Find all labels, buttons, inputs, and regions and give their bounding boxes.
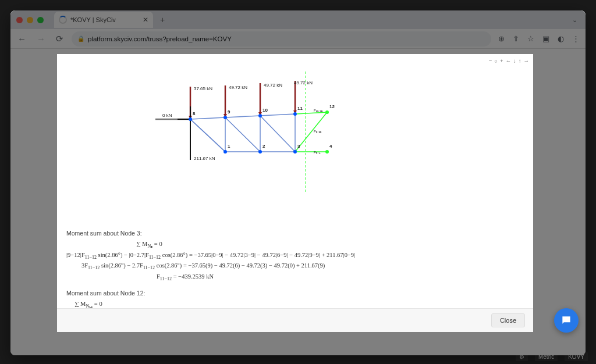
- moment-node3-heading: Moment sum about Node 3:: [66, 229, 524, 238]
- eq-1c: 3F11−12 sin(2.86°) − 2.7F11−12 cos(2.86°…: [66, 261, 524, 272]
- window-close[interactable]: [16, 17, 23, 23]
- truss-free-body-diagram: 37.65 kN 49.72 kN 49.72 kN 49.72 kN 0 kN…: [120, 72, 470, 194]
- star-icon[interactable]: ☆: [526, 33, 535, 44]
- svg-line-15: [190, 119, 225, 152]
- reaction: 211.67 kN: [194, 156, 215, 161]
- browser-titlebar: *KOVY | SkyCiv ✕ + ⌄: [10, 10, 586, 29]
- window-maximize[interactable]: [37, 17, 44, 23]
- address-bar[interactable]: 🔒 platform.skyciv.com/truss?preload_name…: [72, 31, 491, 47]
- svg-line-4: [260, 114, 295, 116]
- analysis-modal: − ○ + ← ↓ ↑ →: [57, 54, 533, 332]
- url-text: platform.skyciv.com/truss?preload_name=K…: [88, 35, 232, 42]
- lock-icon: 🔒: [77, 35, 84, 42]
- hand-calculations: Moment sum about Node 3: ∑ MN₃ = 0 |9−12…: [63, 229, 527, 308]
- load-3: 49.72 kN: [264, 83, 282, 88]
- kebab-menu-icon[interactable]: ⋮: [571, 33, 581, 44]
- zero-load: 0 kN: [162, 113, 172, 118]
- eq-1a: ∑ MN₃ = 0: [66, 240, 524, 250]
- extension-icon[interactable]: ▣: [541, 33, 551, 44]
- pan-up[interactable]: ↑: [519, 58, 522, 64]
- zoom-in[interactable]: +: [500, 58, 504, 64]
- share-icon[interactable]: ⇧: [512, 33, 520, 44]
- zoom-reset[interactable]: ○: [494, 58, 498, 64]
- close-button[interactable]: Close: [491, 313, 525, 327]
- zoom-icon[interactable]: ⊕: [497, 33, 506, 44]
- nav-forward[interactable]: →: [34, 31, 48, 46]
- eq-2a: ∑ MN₁₂ = 0: [66, 299, 524, 308]
- chevron-down-icon[interactable]: ⌄: [570, 14, 580, 26]
- view-controls[interactable]: − ○ + ← ↓ ↑ →: [489, 58, 530, 64]
- svg-line-5: [295, 112, 327, 114]
- nav-reload[interactable]: ⟳: [54, 31, 66, 47]
- window-minimize[interactable]: [27, 17, 33, 23]
- load-4: 49.72 kN: [294, 80, 313, 85]
- new-tab-button[interactable]: +: [160, 15, 165, 24]
- svg-line-2: [190, 117, 225, 119]
- zoom-out[interactable]: −: [489, 58, 493, 64]
- load-1: 37.65 kN: [194, 86, 212, 91]
- eq-1d: F11−12 = −439.2539 kN: [66, 272, 524, 283]
- load-2: 49.72 kN: [229, 85, 247, 90]
- pan-left[interactable]: ←: [506, 58, 512, 64]
- moment-node12-heading: Moment sum about Node 12:: [66, 288, 524, 298]
- profile-icon[interactable]: ◐: [556, 33, 565, 44]
- nav-back[interactable]: ←: [15, 31, 29, 46]
- intercom-chat-button[interactable]: [554, 308, 579, 333]
- pan-down[interactable]: ↓: [513, 58, 517, 64]
- svg-text:F₃₋₄: F₃₋₄: [314, 151, 321, 154]
- tab-title: *KOVY | SkyCiv: [70, 16, 136, 23]
- svg-line-13: [225, 117, 260, 152]
- pan-right[interactable]: →: [524, 58, 530, 64]
- svg-text:F₃₋₁₂: F₃₋₁₂: [314, 130, 322, 133]
- svg-line-3: [225, 116, 260, 117]
- eq-1b: |9−12|F11−12 sin(2.86°) − |0−2.7|F11−12 …: [66, 251, 524, 261]
- tab-close-icon[interactable]: ✕: [143, 16, 148, 24]
- tab-loading-icon: [59, 16, 67, 24]
- browser-window: *KOVY | SkyCiv ✕ + ⌄ ← → ⟳ 🔒 platform.sk…: [10, 10, 586, 355]
- svg-text:F₁₁₋₁₂: F₁₁₋₁₂: [314, 109, 323, 112]
- browser-tab[interactable]: *KOVY | SkyCiv ✕: [54, 12, 153, 28]
- svg-line-14: [260, 116, 295, 152]
- browser-toolbar: ← → ⟳ 🔒 platform.skyciv.com/truss?preloa…: [10, 29, 586, 49]
